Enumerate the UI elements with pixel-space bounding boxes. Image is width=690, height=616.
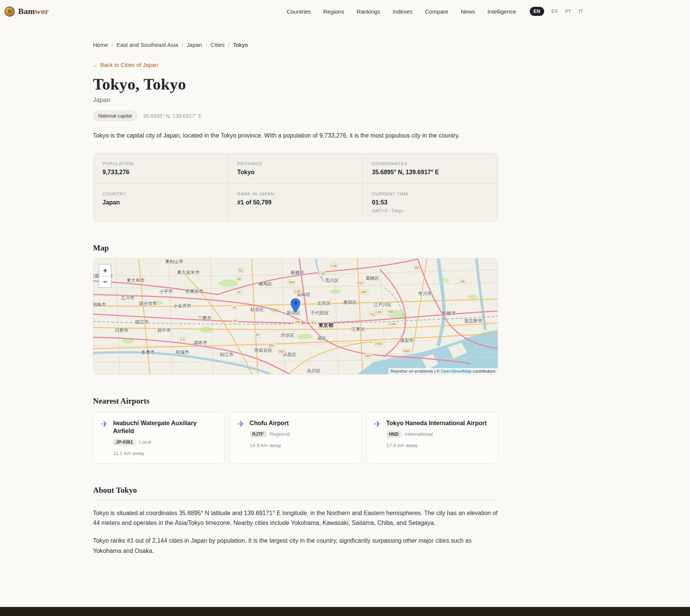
nav-item-regions[interactable]: Regions <box>323 8 344 15</box>
nav-item-intelligence[interactable]: Intelligence <box>487 8 516 15</box>
map-place-label: 習志野市 <box>464 318 483 324</box>
airport-code-badge: HND <box>386 431 401 438</box>
breadcrumb-cities[interactable]: Cities <box>210 42 225 48</box>
map-place-label: 墨田区 <box>343 299 357 306</box>
lang-es-button[interactable]: ES <box>551 9 558 14</box>
stat-value: Tokyo <box>237 169 354 176</box>
stat-label: RANK IN JAPAN <box>237 192 354 196</box>
map-place-label: 立川市 <box>121 295 135 301</box>
stat-value: Japan <box>102 199 219 206</box>
stat-label: PROVINCE <box>237 161 354 166</box>
airport-type: International <box>405 431 433 437</box>
airplane-icon: ✈ <box>374 420 381 456</box>
map-road-shield: 41 <box>232 305 238 310</box>
map-place-label: 品川区 <box>307 367 320 374</box>
map-place-label: 稲城市 <box>175 349 189 355</box>
openstreetmap-link[interactable]: OpenStreetMap <box>441 369 472 373</box>
airport-code-badge: JP-0361 <box>113 439 135 446</box>
map-place-label: 板橋区 <box>291 269 304 275</box>
map-road-shield: 405 <box>294 320 302 325</box>
map-place-label: 渋谷区 <box>281 332 294 339</box>
airports-heading: Nearest Airports <box>93 396 498 406</box>
about-heading: About Tokyo <box>93 486 498 495</box>
stat-value: #1 of 50,799 <box>237 199 354 206</box>
nav-item-rankings[interactable]: Rankings <box>357 8 381 15</box>
stats-grid: POPULATION 9,733,276 PROVINCE Tokyo COOR… <box>93 153 498 221</box>
map-marker-pin[interactable] <box>291 298 300 314</box>
back-to-cities-link[interactable]: ← Back to Cities of Japan <box>93 62 158 68</box>
lang-pt-button[interactable]: PT <box>565 9 571 14</box>
map-place-label: 荒川区 <box>325 277 339 284</box>
map-road-shield: 401 <box>310 320 318 325</box>
nav-item-news[interactable]: News <box>461 8 475 15</box>
map-place-label: 三鷹市 <box>198 315 211 321</box>
stat-population: POPULATION 9,733,276 <box>93 153 228 184</box>
map-road-shield: C46 <box>388 321 397 326</box>
brand-name: Bamwor <box>18 6 49 16</box>
map-place-label: 東村山市 <box>165 258 183 265</box>
breadcrumb-separator: / <box>206 42 207 48</box>
airport-name: Tokyo Haneda International Airport <box>386 419 487 427</box>
map-road-shield: 705 <box>387 310 395 315</box>
map-place-label: 江戸川区 <box>373 302 391 308</box>
airport-card[interactable]: ✈ Chofu Airport RJTF Regional 14.9 km aw… <box>229 412 361 464</box>
map-road-shield: 610 <box>356 280 364 285</box>
breadcrumb-home[interactable]: Home <box>93 42 108 48</box>
stat-province: PROVINCE Tokyo <box>228 153 363 184</box>
map-place-label: 浦安市 <box>400 337 413 344</box>
breadcrumb-region[interactable]: East and Southeast Asia <box>116 42 178 48</box>
stat-current-time: CURRENT TIME 01:53 GMT+9 · Tokyo <box>363 184 498 221</box>
map-road-shield: 42 <box>236 276 242 281</box>
map-place-label: 府中市 <box>157 327 171 333</box>
stat-label: COORDINATES <box>372 161 489 166</box>
report-problem-link[interactable]: Reportar un problema <box>391 369 433 373</box>
airport-card[interactable]: ✈ Tokyo Haneda International Airport HND… <box>366 412 498 464</box>
map-place-label: 文京区 <box>317 300 331 306</box>
page-footer <box>0 607 690 616</box>
airport-card[interactable]: ✈ Iwabuchi Watergate Auxiliary Airfield … <box>93 412 225 464</box>
attribution-suffix: contributors <box>473 369 495 373</box>
nav-item-compare[interactable]: Compare <box>425 8 449 15</box>
attribution-separator: | <box>434 369 435 373</box>
lang-en-button[interactable]: EN <box>530 7 544 16</box>
about-divider <box>93 500 498 500</box>
lang-it-button[interactable]: IT <box>579 9 583 14</box>
map-road-shield: 59 <box>459 279 466 284</box>
brand-logo[interactable]: B Bamwor <box>5 6 49 17</box>
breadcrumb: Home / East and Southeast Asia / Japan /… <box>93 42 498 48</box>
map-place-label: 東京都 <box>319 322 333 329</box>
stat-timezone-note: GMT+9 · Tokyo <box>372 208 489 214</box>
about-paragraph: Tokyo is situated at coordinates 35.6895… <box>93 508 498 528</box>
airport-distance: 11.1 km away <box>113 450 217 456</box>
map-place-label: 船橋市 <box>442 310 456 317</box>
nav-item-countries[interactable]: Countries <box>286 8 311 15</box>
city-description: Tokyo is the capital city of Japan, loca… <box>93 131 498 140</box>
map-place-label: 市川市 <box>418 291 432 297</box>
map-heading: Map <box>93 243 498 253</box>
map-labels: 東村山市東久留米市武蔵村山市東大和市小平市西東京市立川市国分寺市小金井市昭島市三… <box>93 258 498 374</box>
map-place-label: 東久留米市 <box>177 269 200 275</box>
map-road-shield: C33 <box>317 271 326 276</box>
breadcrumb-country[interactable]: Japan <box>187 42 202 48</box>
airport-cards: ✈ Iwabuchi Watergate Auxiliary Airfield … <box>93 412 498 464</box>
stat-coordinates: COORDINATES 35.6895° N, 139.6917° E <box>363 153 498 184</box>
map-place-label: 小平市 <box>159 288 173 295</box>
map-place-label: 世田谷区 <box>254 347 272 354</box>
stat-label: POPULATION <box>102 161 219 166</box>
zoom-out-button[interactable]: − <box>99 276 111 287</box>
about-section: About Tokyo Tokyo is situated at coordin… <box>93 486 498 573</box>
map-canvas[interactable]: 東村山市東久留米市武蔵村山市東大和市小平市西東京市立川市国分寺市小金井市昭島市三… <box>93 258 498 375</box>
map-road-shield: 607 <box>360 289 368 294</box>
airport-code-badge: RJTF <box>250 431 266 438</box>
map-place-label: 調布市 <box>194 340 207 346</box>
map-place-label: 葛飾区 <box>365 275 379 282</box>
map-road-shield: 20 <box>254 333 260 337</box>
breadcrumb-separator: / <box>182 42 183 48</box>
nav-item-indexes[interactable]: Indexes <box>393 8 413 15</box>
coordinates-text: 35.6895° N, 139.6917° E <box>143 113 202 119</box>
zoom-in-button[interactable]: + <box>99 265 111 276</box>
map-attribution: Reportar un problema | © OpenStreetMap c… <box>388 368 498 374</box>
map-road-shield: 509 <box>288 280 295 285</box>
map-road-shield: 824 <box>364 353 372 358</box>
airports-section: Nearest Airports ✈ Iwabuchi Watergate Au… <box>93 396 498 464</box>
